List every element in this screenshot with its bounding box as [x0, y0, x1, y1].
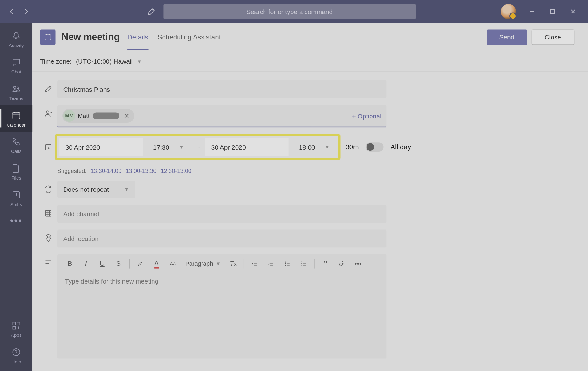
chevron-down-icon: ▼	[179, 144, 184, 150]
details-placeholder: Type details for this new meeting	[65, 277, 158, 285]
page-title: New meeting	[62, 32, 119, 43]
svg-rect-4	[13, 113, 20, 114]
suggested-label: Suggested:	[57, 168, 86, 174]
redacted-text	[93, 113, 119, 119]
shifts-icon	[11, 189, 22, 200]
channel-input[interactable]	[57, 205, 386, 223]
chat-icon	[11, 57, 22, 68]
close-window-button[interactable]	[563, 5, 583, 18]
svg-point-14	[47, 236, 49, 238]
bold-button[interactable]: B	[62, 256, 77, 271]
tab-scheduling-assistant[interactable]: Scheduling Assistant	[158, 33, 221, 50]
remove-attendee-button[interactable]: ✕	[122, 112, 131, 120]
sidebar-item-activity[interactable]: Activity	[0, 26, 32, 52]
chevron-down-icon: ▼	[325, 144, 330, 150]
sidebar-more-button[interactable]: •••	[0, 211, 32, 231]
paragraph-dropdown[interactable]: Paragraph▼	[182, 260, 224, 267]
close-button[interactable]: Close	[531, 29, 574, 45]
svg-rect-8	[13, 326, 16, 329]
sidebar-item-calendar[interactable]: Calendar	[0, 105, 32, 132]
timezone-value: (UTC-10:00) Hawaii	[76, 58, 133, 65]
arrow-right-icon: →	[194, 143, 201, 151]
attendees-input[interactable]: MM Matt ✕ + Optional	[57, 105, 386, 128]
calendar-icon	[11, 109, 22, 121]
quote-button[interactable]: ”	[318, 256, 333, 271]
timezone-selector[interactable]: Time zone: (UTC-10:00) Hawaii ▼	[32, 51, 588, 72]
sidebar-item-files[interactable]: Files	[0, 158, 32, 185]
attendee-pill[interactable]: MM Matt ✕	[62, 109, 134, 123]
maximize-button[interactable]	[543, 5, 562, 18]
svg-point-11	[46, 111, 49, 113]
outdent-button[interactable]	[248, 256, 262, 271]
user-avatar[interactable]	[501, 4, 516, 19]
location-input[interactable]	[57, 229, 386, 247]
duration-label: 30m	[345, 143, 359, 151]
tab-details[interactable]: Details	[127, 33, 148, 50]
sidebar-item-calls[interactable]: Calls	[0, 132, 32, 158]
compose-icon[interactable]	[144, 4, 159, 19]
svg-rect-10	[45, 35, 51, 40]
location-icon	[39, 229, 57, 242]
nav-forward-button[interactable]	[19, 5, 32, 18]
svg-point-2	[17, 87, 19, 88]
details-editor[interactable]: Type details for this new meeting	[57, 273, 386, 358]
sidebar-item-chat[interactable]: Chat	[0, 52, 32, 79]
add-optional-button[interactable]: + Optional	[352, 112, 381, 120]
suggested-time-2[interactable]: 13:00-13:30	[126, 168, 156, 174]
highlight-button[interactable]	[133, 256, 147, 271]
svg-point-17	[285, 265, 286, 266]
bullet-list-button[interactable]	[280, 256, 295, 271]
meeting-title-input[interactable]	[57, 80, 386, 98]
phone-icon	[11, 136, 22, 147]
sidebar-item-teams[interactable]: Teams	[0, 79, 32, 105]
more-format-button[interactable]: •••	[351, 256, 365, 271]
font-size-button[interactable]: AA	[165, 256, 180, 271]
svg-point-16	[285, 263, 286, 264]
date-time-highlighted-group: 30 Apr 2020 17:30▼ → 30 Apr 2020 18:00▼	[55, 134, 341, 160]
link-button[interactable]	[334, 256, 349, 271]
svg-point-1	[13, 86, 16, 88]
indent-button[interactable]	[264, 256, 278, 271]
minimize-button[interactable]	[522, 5, 542, 18]
all-day-toggle[interactable]	[366, 142, 384, 152]
editor-toolbar: B I U S A AA Paragraph▼ Tx	[57, 254, 386, 273]
end-date-input[interactable]: 30 Apr 2020	[205, 138, 288, 156]
font-color-button[interactable]: A	[149, 256, 164, 271]
timezone-label: Time zone:	[40, 58, 72, 65]
chevron-down-icon: ▼	[137, 58, 142, 65]
attendee-name: Matt	[78, 113, 89, 119]
sidebar-item-shifts[interactable]: Shifts	[0, 185, 32, 211]
suggested-time-1[interactable]: 13:30-14:00	[91, 168, 122, 174]
calendar-badge-icon	[40, 29, 55, 45]
search-placeholder: Search for or type a command	[246, 8, 333, 15]
start-date-input[interactable]: 30 Apr 2020	[59, 138, 143, 156]
chevron-down-icon: ▼	[124, 186, 129, 192]
channel-icon	[39, 205, 57, 217]
people-icon	[39, 105, 57, 118]
suggested-time-3[interactable]: 12:30-13:00	[161, 168, 192, 174]
send-button[interactable]: Send	[486, 29, 527, 45]
strike-button[interactable]: S	[111, 256, 126, 271]
teams-icon	[11, 83, 22, 94]
sidebar-item-apps[interactable]: Apps	[0, 315, 32, 342]
italic-button[interactable]: I	[79, 256, 93, 271]
sidebar-item-help[interactable]: Help	[0, 342, 32, 369]
number-list-button[interactable]: 123	[296, 256, 311, 271]
svg-point-15	[285, 262, 286, 262]
start-time-input[interactable]: 17:30▼	[147, 138, 190, 156]
nav-back-button[interactable]	[5, 5, 19, 18]
svg-rect-6	[13, 322, 16, 325]
end-time-input[interactable]: 18:00▼	[293, 138, 336, 156]
svg-rect-13	[45, 210, 51, 216]
apps-icon	[11, 320, 22, 331]
help-icon	[11, 347, 22, 358]
recurrence-dropdown[interactable]: Does not repeat ▼	[57, 181, 135, 198]
svg-rect-7	[17, 322, 20, 325]
text-cursor	[142, 111, 142, 121]
search-input[interactable]: Search for or type a command	[163, 4, 416, 19]
svg-rect-0	[551, 9, 555, 13]
repeat-icon	[39, 181, 57, 194]
underline-button[interactable]: U	[95, 256, 109, 271]
attendee-avatar: MM	[63, 110, 75, 122]
clear-format-button[interactable]: Tx	[226, 256, 240, 271]
